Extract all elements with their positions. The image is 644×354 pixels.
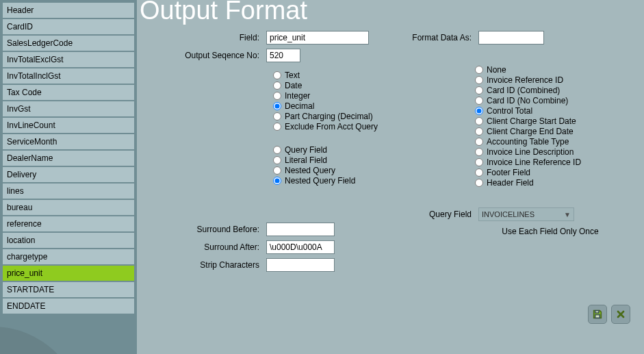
sidebar-item-startdate[interactable]: STARTDATE (3, 282, 134, 297)
radio-query-field[interactable]: Query Field (273, 145, 413, 155)
radio-label: Header Field (487, 178, 534, 188)
radio-card-id-no-combine-[interactable]: Card ID (No Combine) (475, 96, 636, 105)
radio-input[interactable] (273, 92, 281, 100)
radio-accounting-table-type[interactable]: Accounting Table Type (475, 137, 636, 147)
strip-input[interactable] (266, 258, 335, 272)
sidebar-item-header[interactable]: Header (3, 3, 134, 18)
surround-before-input[interactable] (266, 223, 335, 236)
sidebar-item-invtotalinclgst[interactable]: InvTotalInclGst (3, 68, 134, 84)
radio-part-charging-decimal-[interactable]: Part Charging (Decimal) (273, 112, 413, 121)
sidebar-item-lines[interactable]: lines (3, 184, 134, 199)
radio-label: Query Field (285, 145, 327, 155)
radio-label: Footer Field (487, 168, 530, 177)
radio-label: Card ID (No Combine) (487, 96, 568, 105)
sidebar-item-reference[interactable]: reference (3, 216, 134, 231)
main-panel: Output Format Field: Output Seqence No: … (137, 0, 644, 354)
sidebar-item-salesledgercode[interactable]: SalesLedgerCode (3, 36, 134, 51)
sidebar-item-chargetype[interactable]: chargetype (3, 249, 134, 264)
radio-input[interactable] (475, 97, 483, 105)
form-area: Field: Output Seqence No: TextDateIntege… (140, 31, 644, 318)
radio-input[interactable] (273, 166, 281, 175)
radio-client-charge-end-date[interactable]: Client Charge End Date (475, 127, 636, 136)
special-radio-group: NoneInvoice Reference IDCard ID (Combine… (475, 65, 636, 188)
radio-input[interactable] (475, 76, 483, 84)
radio-exclude-from-acct-query[interactable]: Exclude From Acct Query (273, 122, 413, 131)
sidebar-item-dealername[interactable]: DealerName (3, 151, 134, 166)
radio-label: Part Charging (Decimal) (285, 112, 373, 121)
radio-input[interactable] (273, 123, 281, 131)
radio-input[interactable] (475, 168, 483, 177)
radio-invoice-line-description[interactable]: Invoice Line Description (475, 147, 636, 157)
radio-input[interactable] (273, 102, 281, 110)
radio-label: Text (285, 71, 300, 80)
radio-input[interactable] (475, 148, 483, 156)
radio-input[interactable] (475, 127, 483, 136)
sidebar-item-bureau[interactable]: bureau (3, 200, 134, 215)
radio-input[interactable] (273, 177, 281, 185)
svg-rect-1 (595, 315, 600, 318)
radio-header-field[interactable]: Header Field (475, 178, 636, 188)
type-radio-group: TextDateIntegerDecimalPart Charging (Dec… (273, 71, 413, 131)
radio-label: Client Charge End Date (487, 127, 574, 136)
radio-literal-field[interactable]: Literal Field (273, 155, 413, 165)
radio-decimal[interactable]: Decimal (273, 101, 413, 111)
chevron-down-icon: ▼ (564, 211, 571, 218)
sidebar-item-location[interactable]: location (3, 233, 134, 248)
radio-footer-field[interactable]: Footer Field (475, 168, 636, 177)
radio-input[interactable] (273, 156, 281, 164)
radio-invoice-line-reference-id[interactable]: Invoice Line Reference ID (475, 157, 636, 167)
sidebar-item-enddate[interactable]: ENDDATE (3, 299, 134, 314)
radio-label: Date (285, 81, 302, 90)
radio-input[interactable] (475, 138, 483, 146)
sidebar-item-servicemonth[interactable]: ServiceMonth (3, 134, 134, 149)
seq-input[interactable] (266, 49, 300, 62)
radio-card-id-combined-[interactable]: Card ID (Combined) (475, 86, 636, 95)
surround-after-input[interactable] (266, 240, 335, 254)
right-column: Format Data As: NoneInvoice Reference ID… (410, 31, 636, 188)
field-label: Field: (153, 33, 266, 42)
radio-label: Decimal (285, 101, 314, 111)
radio-text[interactable]: Text (273, 71, 413, 80)
radio-label: Nested Query Field (285, 176, 355, 186)
radio-integer[interactable]: Integer (273, 91, 413, 101)
radio-input[interactable] (475, 86, 483, 94)
sidebar-item-invlinecount[interactable]: InvLineCount (3, 118, 134, 133)
save-button[interactable] (588, 305, 607, 324)
sidebar-item-invgst[interactable]: InvGst (3, 101, 134, 116)
radio-control-total[interactable]: Control Total (475, 106, 636, 116)
sidebar-item-price-unit[interactable]: price_unit (3, 266, 134, 281)
radio-nested-query[interactable]: Nested Query (273, 166, 413, 175)
sidebar-item-tax-code[interactable]: Tax Code (3, 85, 134, 100)
surround-before-label: Surround Before: (153, 225, 266, 234)
radio-nested-query-field[interactable]: Nested Query Field (273, 176, 413, 186)
radio-invoice-reference-id[interactable]: Invoice Reference ID (475, 75, 636, 85)
sidebar-item-delivery[interactable]: Delivery (3, 167, 134, 182)
radio-input[interactable] (273, 71, 281, 79)
radio-label: None (487, 65, 506, 75)
lower-left: Surround Before: Surround After: Strip C… (153, 223, 413, 276)
radio-label: Integer (285, 91, 310, 101)
radio-input[interactable] (273, 112, 281, 121)
left-column: Field: Output Seqence No: TextDateIntege… (153, 31, 413, 186)
strip-label: Strip Characters (153, 260, 266, 270)
radio-input[interactable] (475, 66, 483, 74)
radio-date[interactable]: Date (273, 81, 413, 90)
radio-input[interactable] (273, 146, 281, 154)
radio-input[interactable] (475, 107, 483, 115)
use-once-label: Use Each Field Only Once (465, 227, 636, 236)
sidebar-item-invtotalexclgst[interactable]: InvTotalExclGst (3, 52, 134, 67)
radio-input[interactable] (273, 81, 281, 90)
sidebar-item-cardid[interactable]: CardID (3, 19, 134, 34)
radio-input[interactable] (475, 158, 483, 166)
radio-client-charge-start-date[interactable]: Client Charge Start Date (475, 116, 636, 126)
format-as-input[interactable] (478, 31, 544, 45)
query-field-dropdown[interactable]: INVOICELINES ▼ (478, 207, 574, 221)
query-field-label: Query Field (410, 210, 478, 219)
radio-input[interactable] (475, 117, 483, 125)
radio-none[interactable]: None (475, 65, 636, 75)
field-input[interactable] (266, 31, 369, 45)
cancel-button[interactable] (611, 305, 630, 324)
radio-input[interactable] (475, 179, 483, 187)
radio-label: Control Total (487, 106, 532, 116)
lower-right: Query Field INVOICELINES ▼ Use Each Fiel… (410, 207, 636, 236)
